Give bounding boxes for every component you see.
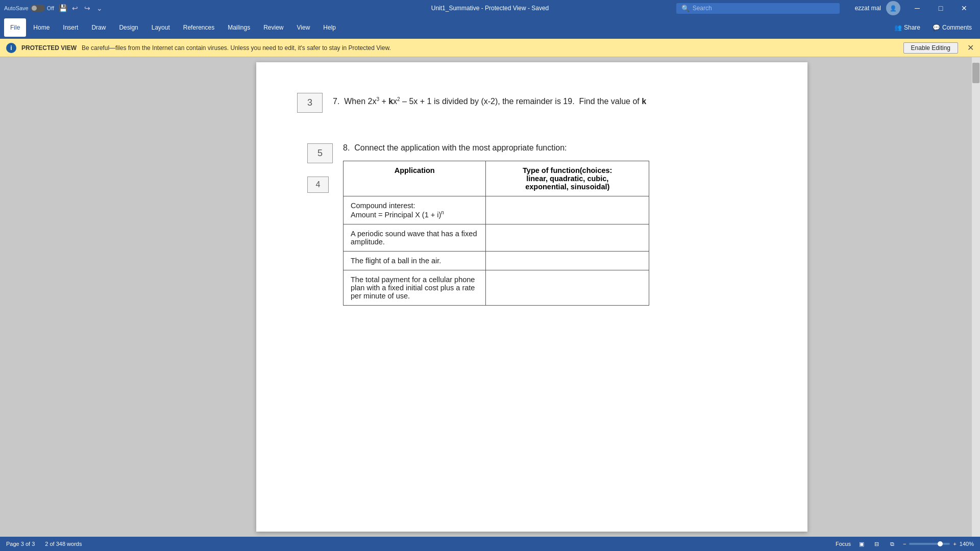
page-number-3: 3 bbox=[297, 93, 323, 113]
search-icon: 🔍 bbox=[681, 5, 690, 12]
avatar: 👤 bbox=[886, 1, 900, 15]
protected-icon: i bbox=[6, 43, 16, 53]
tab-home[interactable]: Home bbox=[27, 18, 56, 37]
tab-references[interactable]: References bbox=[177, 18, 220, 37]
tab-help[interactable]: Help bbox=[317, 18, 342, 37]
type-ball-flight bbox=[486, 251, 649, 270]
col1-header: Application bbox=[344, 161, 486, 196]
question-8-text: 8. Connect the application with the most… bbox=[343, 143, 767, 153]
print-layout-icon[interactable]: ▣ bbox=[857, 539, 866, 548]
share-icon: 👥 bbox=[894, 24, 902, 31]
redo-icon[interactable]: ↪ bbox=[83, 4, 92, 13]
zoom-slider-thumb bbox=[938, 541, 943, 546]
document-title: Unit1_Summative - Protected View - Saved bbox=[431, 5, 549, 12]
col2-header: Type of function(choices:linear, quadrat… bbox=[486, 161, 649, 196]
question-7-container: 3 7. When 2x3 + kx2 – 5x + 1 is divided … bbox=[297, 93, 767, 113]
app-compound-interest: Compound interest:Amount = Principal X (… bbox=[344, 196, 486, 224]
zoom-bar: − + 140% bbox=[903, 541, 974, 547]
table-row: A periodic sound wave that has a fixed a… bbox=[344, 224, 649, 251]
type-phone-plan bbox=[486, 270, 649, 305]
title-bar-right: 🔍 ezzat mal 👤 ─ □ ✕ bbox=[676, 0, 976, 16]
share-label: Share bbox=[904, 24, 920, 31]
autosave-label: AutoSave bbox=[4, 5, 29, 11]
zoom-level[interactable]: 140% bbox=[960, 541, 974, 547]
zoom-out-button[interactable]: − bbox=[903, 541, 906, 547]
type-compound-interest bbox=[486, 196, 649, 224]
document-area: 3 7. When 2x3 + kx2 – 5x + 1 is divided … bbox=[92, 57, 972, 537]
undo-icon[interactable]: ↩ bbox=[70, 4, 80, 13]
tab-insert[interactable]: Insert bbox=[57, 18, 84, 37]
immersive-reader-icon[interactable]: ⧉ bbox=[888, 539, 897, 548]
minimize-button[interactable]: ─ bbox=[905, 0, 929, 16]
ribbon: File Home Insert Draw Design Layout Refe… bbox=[0, 16, 980, 39]
comments-button[interactable]: 💬 Comments bbox=[928, 22, 976, 33]
tab-design[interactable]: Design bbox=[113, 18, 144, 37]
match-table: Application Type of function(choices:lin… bbox=[343, 161, 649, 306]
tab-mailings[interactable]: Mailings bbox=[222, 18, 256, 37]
question-8-container: 5 4 8. Connect the application with the … bbox=[307, 143, 767, 306]
maximize-button[interactable]: □ bbox=[929, 0, 952, 16]
comments-icon: 💬 bbox=[933, 24, 940, 31]
tab-view[interactable]: View bbox=[291, 18, 316, 37]
tab-layout[interactable]: Layout bbox=[145, 18, 176, 37]
username: ezzat mal bbox=[855, 5, 881, 12]
question-8-content: 8. Connect the application with the most… bbox=[343, 143, 767, 306]
toolbar-icons: 💾 ↩ ↪ ⌄ bbox=[58, 4, 104, 13]
protected-label: PROTECTED VIEW bbox=[21, 44, 77, 52]
autosave-toggle[interactable]: AutoSave Off bbox=[4, 5, 54, 12]
question-7-text: 7. When 2x3 + kx2 – 5x + 1 is divided by… bbox=[333, 93, 646, 108]
page-number-5: 5 bbox=[307, 143, 333, 163]
more-icon[interactable]: ⌄ bbox=[95, 4, 104, 13]
title-bar-left: AutoSave Off 💾 ↩ ↪ ⌄ bbox=[4, 4, 104, 13]
document-page: 3 7. When 2x3 + kx2 – 5x + 1 is divided … bbox=[256, 62, 807, 532]
scrollbar-thumb[interactable] bbox=[972, 63, 979, 83]
table-row: Compound interest:Amount = Principal X (… bbox=[344, 196, 649, 224]
web-layout-icon[interactable]: ⊟ bbox=[872, 539, 881, 548]
status-right: Focus ▣ ⊟ ⧉ − + 140% bbox=[836, 539, 974, 548]
zoom-slider[interactable] bbox=[909, 543, 950, 545]
table-row: The flight of a ball in the air. bbox=[344, 251, 649, 270]
zoom-in-button[interactable]: + bbox=[953, 541, 956, 547]
autosave-switch[interactable] bbox=[31, 5, 45, 12]
share-button[interactable]: 👥 Share bbox=[890, 22, 924, 33]
tab-file[interactable]: File bbox=[4, 18, 26, 37]
user-area: ezzat mal 👤 bbox=[855, 1, 900, 15]
protected-message: Be careful—files from the Internet can c… bbox=[82, 44, 898, 52]
title-bar: AutoSave Off 💾 ↩ ↪ ⌄ Unit1_Summative - P… bbox=[0, 0, 980, 16]
question-number-4: 4 bbox=[307, 177, 329, 193]
table-row: The total payment for a cellular phone p… bbox=[344, 270, 649, 305]
autosave-knob bbox=[32, 6, 37, 11]
tab-review[interactable]: Review bbox=[257, 18, 289, 37]
word-count: 2 of 348 words bbox=[45, 541, 82, 547]
close-button[interactable]: ✕ bbox=[952, 0, 976, 16]
app-ball-flight: The flight of a ball in the air. bbox=[344, 251, 486, 270]
app-sound-wave: A periodic sound wave that has a fixed a… bbox=[344, 224, 486, 251]
ribbon-right: 👥 Share 💬 Comments bbox=[890, 22, 976, 33]
type-sound-wave bbox=[486, 224, 649, 251]
q8-left-numbers: 5 4 bbox=[307, 143, 333, 193]
comments-label: Comments bbox=[942, 24, 972, 31]
autosave-state: Off bbox=[47, 5, 54, 11]
app-phone-plan: The total payment for a cellular phone p… bbox=[344, 270, 486, 305]
right-scrollbar[interactable] bbox=[972, 57, 980, 537]
window-controls: ─ □ ✕ bbox=[905, 0, 976, 16]
tab-draw[interactable]: Draw bbox=[85, 18, 112, 37]
save-icon[interactable]: 💾 bbox=[58, 4, 67, 13]
main-area: 3 7. When 2x3 + kx2 – 5x + 1 is divided … bbox=[0, 57, 980, 537]
left-sidebar bbox=[0, 57, 92, 537]
status-left: Page 3 of 3 2 of 348 words bbox=[6, 541, 82, 547]
focus-label[interactable]: Focus bbox=[836, 541, 851, 547]
close-bar-button[interactable]: ✕ bbox=[967, 43, 974, 53]
search-bar[interactable]: 🔍 bbox=[676, 3, 840, 14]
page-info: Page 3 of 3 bbox=[6, 541, 35, 547]
search-input[interactable] bbox=[693, 5, 825, 12]
enable-editing-button[interactable]: Enable Editing bbox=[903, 42, 958, 54]
status-bar: Page 3 of 3 2 of 348 words Focus ▣ ⊟ ⧉ −… bbox=[0, 537, 980, 551]
protected-view-bar: i PROTECTED VIEW Be careful—files from t… bbox=[0, 39, 980, 57]
